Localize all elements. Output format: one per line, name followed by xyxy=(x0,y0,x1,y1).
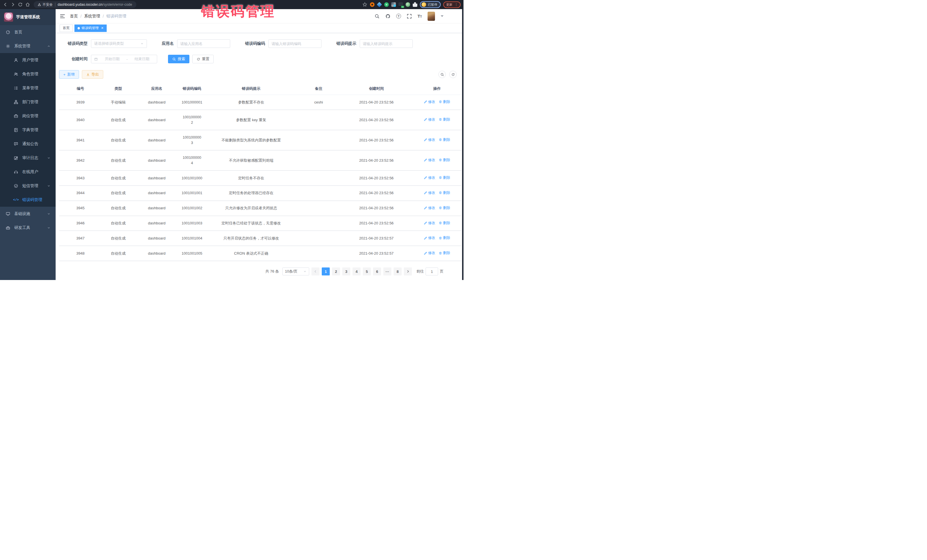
sidebar-item-online-users[interactable]: 在线用户 xyxy=(0,165,56,179)
delete-link[interactable]: 删除 xyxy=(439,220,450,226)
edit-link[interactable]: 修改 xyxy=(424,99,435,105)
error-type-select[interactable]: 请选择错误码类型 xyxy=(91,39,147,48)
extension-icon-grid[interactable] xyxy=(391,2,396,7)
edit-link[interactable]: 修改 xyxy=(424,137,435,143)
edit-link[interactable]: 修改 xyxy=(424,175,435,181)
sidebar-item-roles[interactable]: 角色管理 xyxy=(0,67,56,81)
sidebar-item-dict[interactable]: 字典管理 xyxy=(0,123,56,137)
edit-link[interactable]: 修改 xyxy=(424,190,435,196)
search-button[interactable]: 搜索 xyxy=(168,55,189,63)
plus-icon: + xyxy=(63,73,65,77)
delete-link[interactable]: 删除 xyxy=(439,250,450,256)
delete-link[interactable]: 删除 xyxy=(439,137,450,143)
sidebar-item-menus[interactable]: 菜单管理 xyxy=(0,81,56,95)
sidebar-item-users[interactable]: 用户管理 xyxy=(0,53,56,67)
toggle-search-button[interactable] xyxy=(438,71,446,78)
hamburger-icon[interactable] xyxy=(59,14,65,19)
sidebar-item-infra[interactable]: 基础设施 xyxy=(0,207,56,221)
font-size-icon[interactable]: TT xyxy=(418,14,422,18)
edit-link[interactable]: 修改 xyxy=(424,220,435,226)
edit-link[interactable]: 修改 xyxy=(424,205,435,211)
browser-profile-chip[interactable]: 已暂停 xyxy=(420,1,441,8)
extension-icon-gem[interactable] xyxy=(377,2,382,7)
tab-error-code[interactable]: 错误码管理 ✕ xyxy=(74,24,107,32)
sidebar-item-error-code[interactable]: </> 错误码管理 xyxy=(0,193,56,207)
bookmark-star-icon[interactable] xyxy=(362,2,368,7)
sidebar-item-departments[interactable]: 部门管理 xyxy=(0,95,56,109)
github-icon[interactable] xyxy=(385,14,391,19)
edit-link[interactable]: 修改 xyxy=(424,235,435,241)
refresh-table-button[interactable] xyxy=(449,71,457,78)
breadcrumb-system[interactable]: 系统管理 xyxy=(84,14,100,19)
delete-link[interactable]: 删除 xyxy=(439,235,450,241)
edit-link[interactable]: 修改 xyxy=(424,250,435,256)
prev-page-button[interactable] xyxy=(312,267,319,275)
page-button-1[interactable]: 1 xyxy=(322,267,330,275)
toolbox-icon xyxy=(6,226,10,230)
page-button-2[interactable]: 2 xyxy=(332,267,340,275)
page-button-5[interactable]: 5 xyxy=(363,267,371,275)
sidebar-item-devtools[interactable]: 研发工具 xyxy=(0,221,56,235)
delete-link[interactable]: 删除 xyxy=(439,190,450,196)
user-avatar[interactable] xyxy=(427,12,435,21)
reload-icon[interactable] xyxy=(18,2,23,7)
menu-dots-icon[interactable]: ⋮ xyxy=(454,3,458,6)
sidebar-item-home[interactable]: 首页 xyxy=(0,25,56,39)
sidebar-item-notice[interactable]: 通知公告 xyxy=(0,137,56,151)
address-bar[interactable]: 不安全 dashboard.yudao.iocoder.cn/system/er… xyxy=(33,1,136,8)
table-row: 3941 自动生成 dashboard 100100000 3 不能删除类型为系… xyxy=(59,130,461,150)
page-button-4[interactable]: 4 xyxy=(353,267,360,275)
cell-type: 自动生成 xyxy=(102,246,135,261)
error-code-input[interactable] xyxy=(272,42,318,46)
sidebar-item-posts[interactable]: 岗位管理 xyxy=(0,109,56,123)
page-button-3[interactable]: 3 xyxy=(342,267,350,275)
fullscreen-icon[interactable] xyxy=(407,14,412,19)
more-pages-button[interactable]: ··· xyxy=(383,267,391,275)
sidebar-item-audit-log[interactable]: 审计日志 xyxy=(0,151,56,165)
page-button-6[interactable]: 6 xyxy=(373,267,381,275)
reset-button[interactable]: 重置 xyxy=(192,55,214,63)
extensions-puzzle-icon[interactable] xyxy=(413,2,417,7)
next-page-button[interactable] xyxy=(404,267,412,275)
app-logo-row[interactable]: 芋道管理系统 xyxy=(0,9,56,25)
app-name-input[interactable] xyxy=(180,42,227,46)
breadcrumb-separator: / xyxy=(81,14,82,18)
delete-link[interactable]: 删除 xyxy=(439,117,450,122)
chevron-left-icon xyxy=(314,270,317,273)
tab-home[interactable]: 首页 xyxy=(59,24,73,32)
page-scrollbar[interactable] xyxy=(462,9,464,280)
forward-icon[interactable] xyxy=(10,2,15,7)
delete-link[interactable]: 删除 xyxy=(439,157,450,163)
search-icon[interactable] xyxy=(374,14,380,19)
page-size-select[interactable]: 10条/页 xyxy=(283,267,309,275)
security-chip[interactable]: 不安全 xyxy=(38,2,53,7)
browser-update-button[interactable]: 更新 ⋮ xyxy=(443,2,460,8)
page-button-8[interactable]: 8 xyxy=(394,267,401,275)
avatar-caret-icon[interactable] xyxy=(441,15,444,18)
error-msg-input[interactable] xyxy=(363,42,410,46)
pencil-icon xyxy=(424,158,427,162)
export-button[interactable]: 导出 xyxy=(82,70,103,79)
delete-link[interactable]: 删除 xyxy=(439,205,450,211)
search-form-row-1: 错误码类型 请选择错误码类型 应用名 错误码编码 xyxy=(59,39,461,48)
close-icon[interactable]: ✕ xyxy=(101,26,103,30)
delete-link[interactable]: 删除 xyxy=(439,175,450,181)
back-icon[interactable] xyxy=(3,2,8,7)
extension-icon-key[interactable] xyxy=(406,2,410,7)
add-button[interactable]: + 新增 xyxy=(59,70,79,79)
edit-link[interactable]: 修改 xyxy=(424,157,435,163)
date-range-picker[interactable]: 开始日期 - 结束日期 xyxy=(91,55,157,63)
goto-page-input[interactable] xyxy=(426,267,438,275)
sidebar-item-system[interactable]: 系统管理 xyxy=(0,39,56,53)
extension-icon-orange[interactable] xyxy=(370,2,374,7)
cell-app: dashboard xyxy=(135,95,179,110)
extension-icon-tampermonkey[interactable]: on xyxy=(398,2,403,7)
delete-link[interactable]: 删除 xyxy=(439,99,450,105)
cell-app: dashboard xyxy=(135,246,179,261)
help-icon[interactable]: ? xyxy=(396,14,401,18)
breadcrumb-home[interactable]: 首页 xyxy=(70,14,78,19)
extension-icon-vue[interactable]: V xyxy=(384,2,389,7)
edit-link[interactable]: 修改 xyxy=(424,117,435,122)
sidebar-item-sms[interactable]: 短信管理 xyxy=(0,179,56,193)
home-icon[interactable] xyxy=(25,2,30,7)
